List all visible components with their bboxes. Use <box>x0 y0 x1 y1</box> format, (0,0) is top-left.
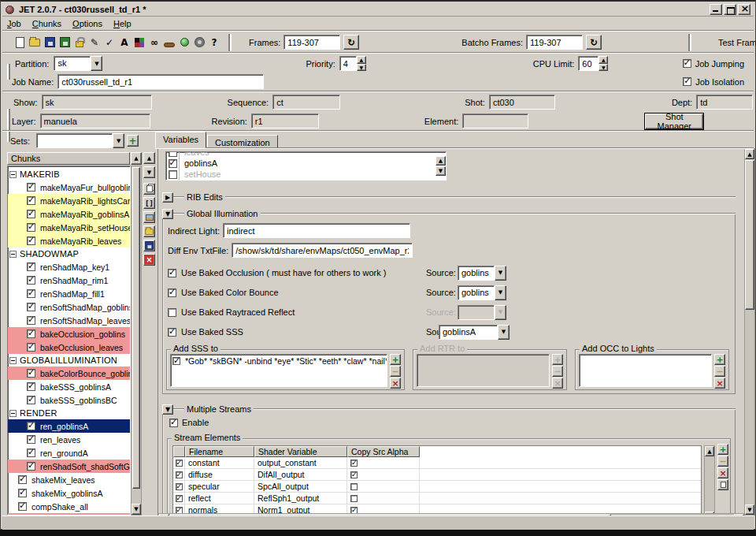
chunk-checkbox[interactable] <box>27 396 35 404</box>
scroll-down-icon[interactable] <box>745 504 754 515</box>
copy-alpha-checkbox[interactable] <box>350 483 358 490</box>
chunk-item[interactable]: makeMayaRib_setHouse <box>8 221 130 234</box>
maximize-button[interactable] <box>724 4 736 15</box>
chunk-item[interactable]: makeMayaFur_bullgoblinA <box>8 181 130 194</box>
save-chunk-icon[interactable] <box>143 240 155 251</box>
chunk-checkbox[interactable] <box>27 369 35 378</box>
priority-input[interactable] <box>339 56 357 71</box>
list-item[interactable]: leaves <box>166 151 446 158</box>
close-button[interactable] <box>738 4 750 15</box>
cell-filename[interactable]: constant <box>185 457 254 468</box>
chunk-checkbox[interactable] <box>27 223 35 232</box>
chunk-item[interactable]: bakeSSS_goblinsA <box>8 380 130 393</box>
chunk-checkbox[interactable] <box>27 289 35 298</box>
new-file-icon[interactable] <box>13 36 26 49</box>
chunk-checkbox[interactable] <box>27 276 35 285</box>
reload-frames-icon[interactable] <box>343 35 359 50</box>
chunk-checkbox[interactable] <box>27 329 35 338</box>
dropdown-icon[interactable] <box>91 56 102 71</box>
lock-icon[interactable] <box>73 36 86 49</box>
scroll-up-icon[interactable] <box>745 149 754 159</box>
menu-help[interactable]: Help <box>113 19 132 28</box>
table-scrollbar[interactable] <box>704 445 715 523</box>
cell-filename[interactable]: reflect <box>185 493 254 504</box>
rib-edits-toggle-icon[interactable] <box>162 192 173 203</box>
shot-manager-button[interactable]: Shot Manager <box>645 114 703 129</box>
job-isolation-checkbox[interactable] <box>683 77 691 86</box>
sets-combobox[interactable] <box>36 133 124 148</box>
chunk-checkbox[interactable] <box>27 422 35 430</box>
cell-shader-variable[interactable]: ReflSph1_output <box>254 493 347 504</box>
copy-alpha-checkbox[interactable] <box>350 471 358 478</box>
chunk-checkbox[interactable] <box>18 475 27 484</box>
chunk-item[interactable]: renSoftShadMap_leaves <box>8 314 130 327</box>
tab-variables[interactable]: Variables <box>155 132 206 148</box>
move-up-icon[interactable] <box>143 152 155 164</box>
chunk-group-render[interactable]: RENDER <box>8 407 130 419</box>
revision-field[interactable] <box>251 114 319 128</box>
brush-icon[interactable] <box>163 36 176 49</box>
reload-batch-frames-icon[interactable] <box>586 35 602 50</box>
chunk-checkbox[interactable] <box>27 449 35 457</box>
list-item[interactable]: setHouse <box>166 169 446 180</box>
chunk-item[interactable]: compShake_all <box>8 500 130 513</box>
dept-field[interactable] <box>696 95 753 110</box>
chunk-item[interactable]: shakeMix_leaves <box>8 473 130 486</box>
chunk-item[interactable]: bakeColorBounce_goblins <box>8 367 130 380</box>
chunk-item[interactable]: bakeOcclusion_goblins <box>8 327 130 341</box>
chunk-checkbox[interactable] <box>27 462 35 471</box>
add-icon[interactable]: + <box>717 444 728 455</box>
chunk-checkbox[interactable] <box>27 435 35 444</box>
job-jumping-checkbox[interactable] <box>683 59 691 68</box>
scroll-up-icon[interactable] <box>705 446 714 456</box>
chunks-header[interactable]: Chunks <box>7 152 130 165</box>
chunk-item[interactable]: shakeMix_goblinsA <box>8 486 130 500</box>
cpu-limit-input[interactable] <box>578 56 598 71</box>
color-bounce-source-combobox[interactable]: goblins <box>458 285 506 300</box>
duplicate-icon[interactable] <box>717 479 728 490</box>
chunk-item[interactable]: renShadMap_rim1 <box>8 274 130 287</box>
partition-combobox[interactable]: sk <box>54 56 102 71</box>
copy-alpha-checkbox[interactable] <box>350 460 358 467</box>
chunk-item[interactable]: makeMayaRib_leaves <box>8 234 130 248</box>
spin-down-icon[interactable] <box>357 64 366 72</box>
cell-filename[interactable]: specular <box>185 481 254 492</box>
chunk-checkbox[interactable] <box>27 262 35 271</box>
chunk-item[interactable]: renShadSoft_shadSoftGoblinsA <box>8 460 130 473</box>
collapse-toggle-icon[interactable] <box>9 251 17 258</box>
chunk-checkbox[interactable] <box>27 210 35 218</box>
scroll-down-icon[interactable] <box>132 504 141 515</box>
collapse-toggle-icon[interactable] <box>9 171 17 178</box>
move-down-icon[interactable] <box>143 166 155 178</box>
chunk-item[interactable]: makeMayaRib_goblinsA <box>8 207 130 221</box>
item-checkbox[interactable] <box>172 357 180 365</box>
spin-up-icon[interactable] <box>598 56 608 64</box>
open-chunk-icon[interactable] <box>143 225 155 237</box>
use-baked-raytraced-reflect-checkbox[interactable] <box>168 308 176 317</box>
add-icon[interactable]: + <box>390 354 401 365</box>
item-checkbox[interactable] <box>169 159 177 168</box>
add-set-icon[interactable]: + <box>127 135 139 147</box>
column-shader-variable[interactable]: Shader Variable <box>254 446 347 457</box>
column-filename[interactable]: Filename <box>185 446 254 457</box>
chunk-item[interactable]: renSoftShadMap_goblinsA <box>8 300 130 314</box>
menu-options[interactable]: Options <box>72 19 102 28</box>
chunk-checkbox[interactable] <box>27 382 35 391</box>
chunk-item[interactable]: renShadMap_key1 <box>8 260 130 274</box>
collapse-toggle-icon[interactable] <box>9 357 17 364</box>
dropdown-icon[interactable] <box>113 133 124 148</box>
job-name-input[interactable] <box>57 74 264 89</box>
show-field[interactable] <box>42 95 152 110</box>
chunk-item[interactable]: ren_leaves <box>8 433 130 446</box>
scrollbar-thumb[interactable] <box>745 160 754 310</box>
use-baked-occlusion-checkbox[interactable] <box>168 269 176 277</box>
element-field[interactable] <box>462 114 528 128</box>
save-as-icon[interactable] <box>58 36 71 49</box>
copy-chunk-icon[interactable] <box>143 183 155 195</box>
indirect-light-input[interactable] <box>223 223 410 238</box>
sphere-icon[interactable] <box>178 36 191 49</box>
cell-shader-variable[interactable]: DifAll_output <box>254 469 347 480</box>
table-row[interactable]: reflectReflSph1_output <box>173 493 701 504</box>
add-sss-list[interactable]: *Gob* *skBGN* -unbind *eye* *Stic* *eeth… <box>170 354 387 387</box>
sss-source-combobox[interactable]: goblinsA <box>439 325 510 340</box>
